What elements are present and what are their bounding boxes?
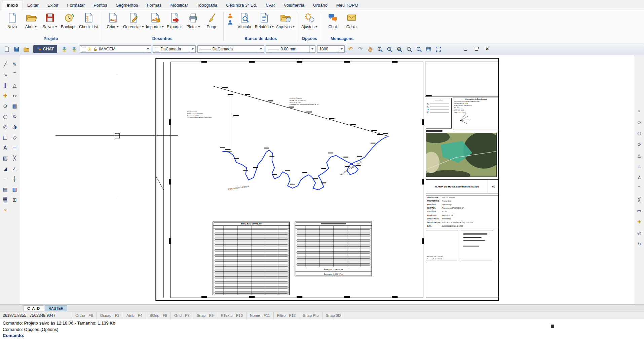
combo-arrow-icon[interactable] [339, 46, 344, 52]
status-toggle-button[interactable]: RTexto - F10 [217, 311, 246, 319]
status-toggle-button[interactable]: Ortho - F8 [72, 311, 96, 319]
ribbon-tab[interactable]: Início [2, 1, 23, 10]
draw-tool-button[interactable]: ∥ [1, 80, 10, 90]
chat-button[interactable]: CHAT [33, 45, 57, 53]
checklist-button[interactable]: Check List [78, 11, 99, 30]
ribbon-tab[interactable]: Editar [23, 1, 43, 10]
zoom-window-button[interactable] [395, 45, 403, 53]
status-toggle-button[interactable]: Atrib - F4 [123, 311, 146, 319]
save-file-button[interactable] [12, 45, 21, 53]
redo-button[interactable]: ↷ [356, 45, 364, 53]
layer-manager-button[interactable] [70, 45, 78, 53]
combo-arrow-icon[interactable] [309, 46, 315, 52]
ribbon-tab[interactable]: Modificar [166, 1, 192, 10]
linetype-select[interactable]: DaCamada [197, 45, 264, 53]
osnap-tool-button[interactable]: ◇ [638, 117, 641, 128]
scale-select[interactable]: 1000 [317, 45, 345, 53]
combo-arrow-icon[interactable] [258, 46, 264, 52]
draw-tool-button[interactable]: ╳ [10, 153, 20, 163]
draw-tool-button[interactable]: ✎ [10, 59, 20, 70]
ribbon-tab[interactable]: Exibir [43, 1, 63, 10]
draw-tool-button[interactable]: ≡ [10, 142, 20, 153]
salvar-button[interactable]: Salvar [41, 11, 59, 30]
drawing-sheet[interactable]: Fazenda São Bento INCRA: cód. nº 1234570… [155, 58, 499, 301]
database-users-column[interactable] [226, 11, 234, 25]
fit-screen-button[interactable] [434, 45, 442, 53]
draw-tool-button[interactable]: ┼ [10, 174, 20, 184]
draw-tool-button[interactable]: ◢ [1, 163, 10, 174]
osnap-tool-button[interactable]: ◎ [637, 227, 641, 239]
draw-tool-button[interactable]: ↻ [10, 111, 20, 122]
layer-select[interactable]: IMAGEM [80, 45, 151, 53]
gerenciar-button[interactable]: Gerenciar [122, 11, 145, 30]
status-toggle-button[interactable]: SGrip - F5 [146, 311, 171, 319]
relatorio-button[interactable]: Relatório [254, 11, 274, 30]
osnap-tool-button[interactable]: ⌒ [637, 183, 641, 194]
status-toggle-button[interactable]: Grid - F7 [171, 311, 193, 319]
chat-ribbon-button[interactable]: Chat [324, 11, 342, 30]
ribbon-tab[interactable]: Topografia [192, 1, 222, 10]
datagrid-button[interactable] [424, 45, 432, 53]
novo-button[interactable]: Novo [3, 11, 21, 30]
ribbon-tab[interactable]: Formatar [63, 1, 89, 10]
draw-tool-button[interactable]: ▒ [1, 195, 10, 205]
abrir-button[interactable]: Abrir [22, 11, 40, 30]
draw-tool-button[interactable]: ◎ [1, 122, 10, 132]
drawing-canvas[interactable]: Fazenda São Bento INCRA: cód. nº 1234570… [20, 55, 634, 304]
draw-tool-button[interactable]: ⌒ [10, 70, 20, 80]
color-select[interactable]: DaCamada [153, 45, 196, 53]
pan-button[interactable] [366, 45, 374, 53]
draw-tool-button[interactable]: ◑ [10, 122, 20, 132]
ribbon-tab[interactable]: Formas [142, 1, 166, 10]
ribbon-tab[interactable]: Segmentos [112, 1, 143, 10]
draw-tool-button[interactable]: A [1, 142, 10, 153]
command-scroll-handle[interactable] [551, 325, 554, 328]
tab-raster[interactable]: RASTER [45, 305, 67, 311]
command-area[interactable]: Comando: Projeto salvo às 12:18:06 - Tam… [0, 319, 644, 339]
undo-button[interactable]: ↶ [346, 45, 354, 53]
minimize-button[interactable] [461, 45, 470, 53]
osnap-tool-button[interactable]: ⊙ [637, 139, 641, 150]
close-button[interactable] [483, 45, 492, 53]
draw-tool-button[interactable]: ─ [1, 174, 10, 184]
draw-tool-button[interactable]: ▤ [1, 184, 10, 195]
draw-tool-button[interactable]: △ [10, 80, 20, 90]
status-toggle-button[interactable]: Snap - F9 [193, 311, 217, 319]
restore-button[interactable] [472, 45, 481, 53]
ribbon-tab[interactable]: Volumetria [279, 1, 309, 10]
draw-tool-button[interactable]: ⊙ [1, 101, 10, 111]
ribbon-tab[interactable]: Meu TOPO [332, 1, 363, 10]
tab-cad[interactable]: C A D [24, 305, 44, 311]
zoom-extents-button[interactable] [405, 45, 413, 53]
ribbon-tab[interactable]: GeoIncra 3ª Ed. [222, 1, 261, 10]
zoom-previous-button[interactable] [415, 45, 423, 53]
combo-arrow-icon[interactable] [145, 46, 151, 52]
draw-tool-button[interactable]: ∿ [1, 70, 10, 80]
open-file-button[interactable] [22, 45, 30, 53]
purge-button[interactable]: Purge [203, 11, 221, 30]
status-toggle-button[interactable]: Filtro - F12 [273, 311, 299, 319]
osnap-tool-button[interactable]: ✚ [637, 216, 641, 227]
ribbon-tab[interactable]: Pontos [89, 1, 111, 10]
combo-arrow-icon[interactable] [190, 46, 195, 52]
draw-tool-button[interactable]: ▥ [10, 184, 20, 195]
status-toggle-button[interactable]: Nome - F11 [246, 311, 273, 319]
importar-button[interactable]: Importar [145, 11, 165, 30]
lineweight-select[interactable]: 0.00 mm [266, 45, 315, 53]
caixa-button[interactable]: Caixa [342, 11, 361, 30]
draw-tool-button[interactable]: ✚ [1, 90, 10, 101]
vinculo-button[interactable]: Vínculo [235, 11, 253, 30]
status-toggle-button[interactable]: Osnap - F3 [96, 311, 123, 319]
ajustes-button[interactable]: Ajustes [300, 11, 318, 30]
draw-tool-button[interactable]: ⊞ [10, 195, 20, 205]
new-file-button[interactable] [3, 45, 11, 53]
plotar-button[interactable]: Plotar [184, 11, 202, 30]
osnap-tool-button[interactable]: ○ [637, 128, 641, 139]
ribbon-tab[interactable]: CAR [261, 1, 279, 10]
osnap-tool-button[interactable]: △ [638, 150, 641, 161]
draw-tool-button[interactable]: ◇ [10, 132, 20, 142]
osnap-tool-button[interactable]: ╳ [638, 194, 641, 205]
zoom-out-button[interactable] [385, 45, 393, 53]
draw-tool-button[interactable]: □ [1, 132, 10, 142]
draw-tool-button[interactable]: ∠ [10, 163, 20, 174]
